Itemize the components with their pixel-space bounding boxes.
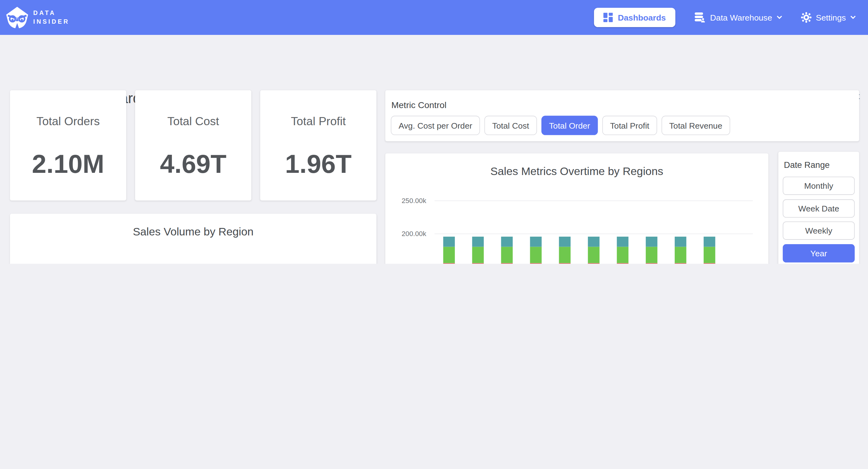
kpi-card-total-cost: Total Cost 4.69T — [135, 90, 251, 201]
bar-segment-2011-sub-saharan-africa[interactable] — [472, 263, 484, 264]
chevron-down-icon — [776, 16, 782, 19]
date-range-option-weekly[interactable]: Weekly — [783, 222, 855, 240]
bar-segment-2013-middle-east-and-north-africa[interactable] — [530, 247, 541, 263]
pie-chart: Asia : 14.59 %Australia and Oceania : 8.… — [10, 245, 376, 264]
date-range-button-group: MonthlyWeek DateWeeklyYear — [783, 177, 855, 262]
brand-name: DATA INSIDER — [33, 8, 70, 26]
database-icon — [694, 11, 706, 23]
bar-segment-2018-sub-saharan-africa[interactable] — [675, 263, 686, 264]
app-window: DATA INSIDER Dashboards — [0, 0, 868, 264]
bar-segment-2019-australia-and-oceania[interactable] — [704, 237, 715, 247]
pie-chart-title: Sales Volume by Region — [10, 226, 376, 238]
kpi-value: 2.10M — [10, 149, 126, 179]
metric-option-total-revenue[interactable]: Total Revenue — [661, 116, 730, 135]
bar-segment-2016-middle-east-and-north-africa[interactable] — [617, 247, 628, 263]
kpi-value: 4.69T — [135, 149, 251, 179]
metric-option-avg-cost-per-order[interactable]: Avg. Cost per Order — [391, 116, 480, 135]
bar-segment-2010-sub-saharan-africa[interactable] — [443, 263, 455, 264]
top-nav-bar: DATA INSIDER Dashboards — [0, 0, 868, 35]
kpi-label: Total Cost — [135, 115, 251, 128]
date-range-option-year[interactable]: Year — [783, 244, 855, 262]
bar-segment-2015-sub-saharan-africa[interactable] — [588, 263, 599, 264]
metric-option-total-order[interactable]: Total Order — [541, 116, 598, 135]
nav-menu-settings[interactable]: Settings — [801, 12, 856, 23]
bar-segment-2014-australia-and-oceania[interactable] — [559, 237, 570, 247]
bar-segment-2018-middle-east-and-north-africa[interactable] — [675, 247, 686, 263]
metric-control-card: Metric Control Avg. Cost per OrderTotal … — [385, 90, 859, 141]
bar-segment-2013-sub-saharan-africa[interactable] — [530, 263, 541, 264]
owl-logo-icon[interactable] — [6, 6, 29, 29]
chevron-down-icon — [850, 16, 856, 19]
metric-button-group: Avg. Cost per OrderTotal CostTotal Order… — [391, 116, 730, 135]
bar-segment-2015-australia-and-oceania[interactable] — [588, 237, 599, 247]
kpi-label: Total Profit — [260, 115, 376, 128]
bar-segment-2014-sub-saharan-africa[interactable] — [559, 263, 570, 264]
metric-control-title: Metric Control — [391, 100, 446, 110]
date-range-title: Date Range — [784, 160, 830, 170]
y-axis-tick-label: 200.00k — [402, 230, 427, 238]
bar-segment-2018-australia-and-oceania[interactable] — [675, 237, 686, 247]
metric-option-total-cost[interactable]: Total Cost — [485, 116, 537, 135]
bar-segment-2019-middle-east-and-north-africa[interactable] — [704, 247, 715, 263]
bar-segment-2019-sub-saharan-africa[interactable] — [704, 263, 715, 264]
bar-segment-2016-sub-saharan-africa[interactable] — [617, 263, 628, 264]
bar-segment-2017-sub-saharan-africa[interactable] — [646, 263, 657, 264]
bar-segment-2011-australia-and-oceania[interactable] — [472, 237, 484, 247]
nav-tab-label: Dashboards — [618, 13, 665, 22]
bar-segment-2014-middle-east-and-north-africa[interactable] — [559, 247, 570, 263]
bar-segment-2010-middle-east-and-north-africa[interactable] — [443, 247, 455, 263]
bar-segment-2016-australia-and-oceania[interactable] — [617, 237, 628, 247]
bar-segment-2011-middle-east-and-north-africa[interactable] — [472, 247, 484, 263]
nav-tab-dashboards[interactable]: Dashboards — [594, 8, 675, 27]
bar-segment-2010-australia-and-oceania[interactable] — [443, 237, 455, 247]
y-axis-tick-label: 250.00k — [402, 197, 427, 205]
gear-icon — [801, 12, 811, 23]
stacked-bar-chart: 0.0050.00k100.00k150.00k200.00k250.00k20… — [385, 186, 768, 264]
metric-option-total-profit[interactable]: Total Profit — [602, 116, 657, 135]
bar-segment-2012-sub-saharan-africa[interactable] — [501, 263, 513, 264]
bar-segment-2013-australia-and-oceania[interactable] — [530, 237, 541, 247]
kpi-card-total-orders: Total Orders 2.10M — [10, 90, 126, 201]
kpi-label: Total Orders — [10, 115, 126, 128]
bar-segment-2012-australia-and-oceania[interactable] — [501, 237, 513, 247]
bar-chart-card: Sales Metrics Overtime by Regions 0.0050… — [385, 153, 768, 264]
dashboard-grid-icon — [603, 13, 613, 22]
pie-chart-card: Sales Volume by Region Asia : 14.59 %Aus… — [10, 214, 376, 264]
y-axis-tick-label: 150.00k — [402, 263, 427, 264]
page-header: Sales Dashboard Add Filter Boost:Off — [0, 35, 868, 90]
kpi-value: 1.96T — [260, 149, 376, 179]
bar-segment-2015-middle-east-and-north-africa[interactable] — [588, 247, 599, 263]
date-range-option-monthly[interactable]: Monthly — [783, 177, 855, 195]
bar-segment-2017-middle-east-and-north-africa[interactable] — [646, 247, 657, 263]
nav-menu-label: Data Warehouse — [710, 13, 772, 22]
bar-chart-title: Sales Metrics Overtime by Regions — [385, 165, 768, 178]
nav-menu-label: Settings — [816, 13, 846, 22]
date-range-option-week-date[interactable]: Week Date — [783, 199, 855, 217]
bar-segment-2012-middle-east-and-north-africa[interactable] — [501, 247, 513, 263]
nav-menu-data-warehouse[interactable]: Data Warehouse — [694, 11, 782, 23]
kpi-card-total-profit: Total Profit 1.96T — [260, 90, 376, 201]
date-range-card: Date Range MonthlyWeek DateWeeklyYear — [778, 152, 859, 264]
bar-segment-2017-australia-and-oceania[interactable] — [646, 237, 657, 247]
